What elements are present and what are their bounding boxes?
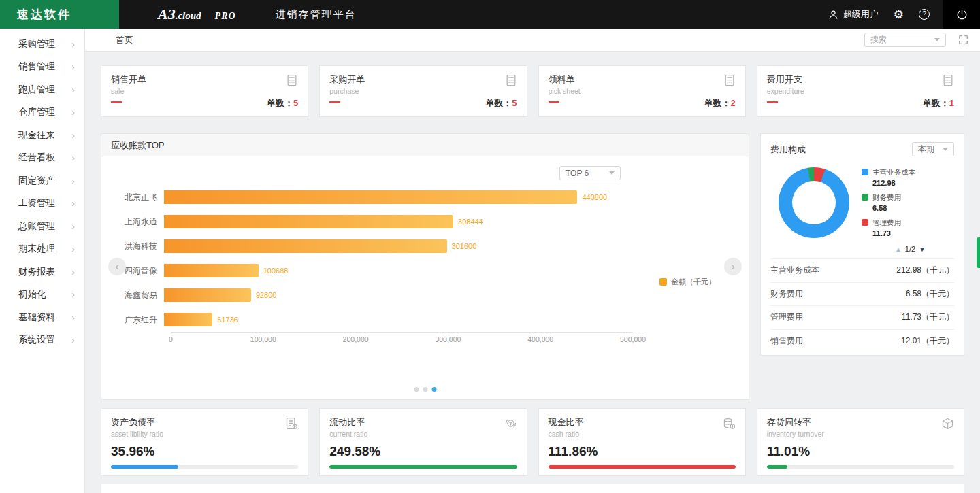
stat-subtitle: purchase	[329, 87, 517, 95]
stat-title: 费用开支	[767, 73, 954, 86]
accent-dash	[549, 101, 559, 103]
calculator-icon	[723, 73, 736, 87]
period-select[interactable]: 本期	[912, 142, 954, 156]
stat-card-expenditure[interactable]: 费用开支 expenditure 单数：1	[757, 65, 964, 117]
sidebar-item-warehouse[interactable]: 仓库管理›	[0, 101, 84, 124]
donut-row: 主营业务成本212.98 财务费用6.58 管理费用11.73	[770, 167, 954, 238]
sidebar-item-purchase[interactable]: 采购管理›	[0, 33, 84, 56]
sidebar-item-label: 现金往来	[18, 129, 55, 141]
carousel-prev-button[interactable]: ‹	[108, 258, 126, 275]
chevron-right-icon: ›	[71, 243, 75, 254]
sidebar-item-payroll[interactable]: 工资管理›	[0, 192, 84, 216]
donut-legend-item[interactable]: 主营业务成本212.98	[862, 168, 915, 187]
bar-value-label: 51736	[217, 316, 238, 324]
sidebar-item-financial-reports[interactable]: 财务报表›	[0, 260, 84, 284]
main-area: 首页 搜索 销售开单 sale 单数：5 采购开单 purchase	[85, 29, 980, 493]
chevron-right-icon: ›	[71, 175, 75, 186]
bar	[164, 313, 212, 326]
expense-unit: （千元）	[921, 265, 954, 275]
sidebar-item-cash[interactable]: 现金往来›	[0, 124, 84, 147]
search-input[interactable]: 搜索	[864, 33, 946, 47]
x-tick: 300,000	[435, 335, 461, 343]
ratio-title: 资产负债率	[111, 416, 298, 428]
donut-legend-item[interactable]: 管理费用11.73	[862, 218, 915, 237]
user-menu[interactable]: 超级用户	[828, 8, 879, 20]
bar-value-label: 92800	[256, 291, 277, 299]
page-down-icon[interactable]: ▼	[919, 245, 926, 253]
chevron-right-icon: ›	[71, 130, 75, 141]
side-help-handle[interactable]	[977, 237, 980, 268]
settings-gear-icon[interactable]: ⚙	[894, 9, 904, 20]
fullscreen-button[interactable]	[958, 34, 969, 46]
sidebar-item-initialization[interactable]: 初始化›	[0, 284, 84, 307]
stat-count: 单数：2	[704, 97, 736, 109]
header-main: A3 .cloud PRO 进销存管理平台 超级用户 ⚙ ?	[119, 0, 980, 29]
sidebar-item-period-end[interactable]: 期末处理›	[0, 238, 84, 261]
search-placeholder: 搜索	[870, 34, 887, 46]
sidebar-item-system-settings[interactable]: 系统设置›	[0, 329, 84, 352]
expense-label: 财务费用	[770, 288, 803, 300]
ratio-card-inventory-turnover[interactable]: 存货周转率 inventory turnover 11.01%	[757, 408, 964, 476]
stat-card-pick-sheet[interactable]: 领料单 pick sheet 单数：2	[538, 65, 746, 117]
tab-home[interactable]: 首页	[116, 34, 133, 46]
sidebar-item-basic-data[interactable]: 基础资料›	[0, 306, 84, 329]
ratio-card-row: 资产负债率 asset libility ratio 35.96% 流动比率 c…	[101, 408, 964, 476]
sidebar-item-dashboard[interactable]: 经营看板›	[0, 147, 84, 170]
period-selected-value: 本期	[918, 143, 934, 155]
sidebar-item-label: 工资管理	[18, 197, 55, 209]
stat-card-purchase-order[interactable]: 采购开单 purchase 单数：5	[319, 65, 527, 117]
fullscreen-icon	[958, 34, 969, 46]
bar-value-label: 301600	[452, 242, 477, 250]
bar-category-label: 洪海科技	[111, 241, 164, 252]
stat-count: 单数：5	[267, 97, 298, 109]
stat-title: 采购开单	[329, 73, 517, 86]
sidebar-item-general-ledger[interactable]: 总账管理›	[0, 215, 84, 238]
accent-dash	[329, 101, 340, 103]
stat-subtitle: sale	[111, 87, 298, 95]
expense-value: 12.01	[901, 336, 921, 345]
list-item: 销售费用 12.01（千元）	[770, 329, 954, 353]
brand-a3: A3	[158, 5, 176, 23]
bar-chart-legend[interactable]: 金额（千元）	[659, 277, 716, 287]
count-value: 2	[731, 98, 736, 108]
power-icon	[956, 8, 968, 21]
ratio-card-cash-ratio[interactable]: 现金比率 cash ratio 111.86%	[538, 408, 746, 476]
coin-cycle-icon	[504, 416, 518, 430]
ratio-card-asset-liability[interactable]: 资产负债率 asset libility ratio 35.96%	[101, 408, 308, 476]
x-tick: 400,000	[527, 335, 553, 343]
logout-button[interactable]	[943, 0, 980, 29]
platform-title: 进销存管理平台	[276, 8, 357, 21]
list-item: 主营业务成本 212.98（千元）	[770, 258, 954, 282]
header-actions: 超级用户 ⚙ ?	[828, 8, 930, 20]
stat-title: 领料单	[549, 73, 736, 86]
carousel-dot[interactable]	[414, 387, 419, 392]
topn-select[interactable]: TOP 6	[559, 166, 621, 180]
chevron-down-icon	[943, 148, 948, 151]
sidebar-item-label: 系统设置	[18, 334, 55, 346]
bar	[164, 239, 447, 253]
stat-count: 单数：1	[923, 97, 954, 109]
carousel-next-button[interactable]: ›	[724, 258, 742, 275]
sidebar-item-fixed-assets[interactable]: 固定资产›	[0, 169, 84, 192]
carousel-dot-active[interactable]	[431, 387, 436, 392]
progress-fill	[767, 465, 787, 469]
bar-row: 洪海科技 301600	[111, 234, 633, 258]
stat-card-sales-order[interactable]: 销售开单 sale 单数：5	[101, 65, 308, 117]
donut-legend-item[interactable]: 财务费用6.58	[862, 193, 915, 212]
help-icon[interactable]: ?	[919, 9, 930, 20]
ratio-card-current-ratio[interactable]: 流动比率 current ratio 249.58%	[319, 408, 527, 476]
expense-label: 管理费用	[770, 311, 803, 323]
expense-label: 主营业务成本	[770, 265, 819, 276]
page-up-icon[interactable]: ▲	[895, 245, 902, 253]
carousel-dot[interactable]	[423, 387, 427, 392]
ratio-subtitle: current ratio	[329, 430, 517, 438]
progress-fill	[111, 465, 178, 469]
legend-swatch	[862, 169, 868, 175]
sidebar-item-label: 跑店管理	[18, 84, 55, 96]
sidebar-item-sales[interactable]: 销售管理›	[0, 56, 84, 79]
stat-count: 单数：5	[485, 97, 517, 109]
user-icon	[828, 9, 839, 20]
sidebar-item-label: 销售管理	[18, 61, 55, 73]
count-label: 单数：	[704, 98, 731, 108]
sidebar-item-store-visit[interactable]: 跑店管理›	[0, 78, 84, 101]
